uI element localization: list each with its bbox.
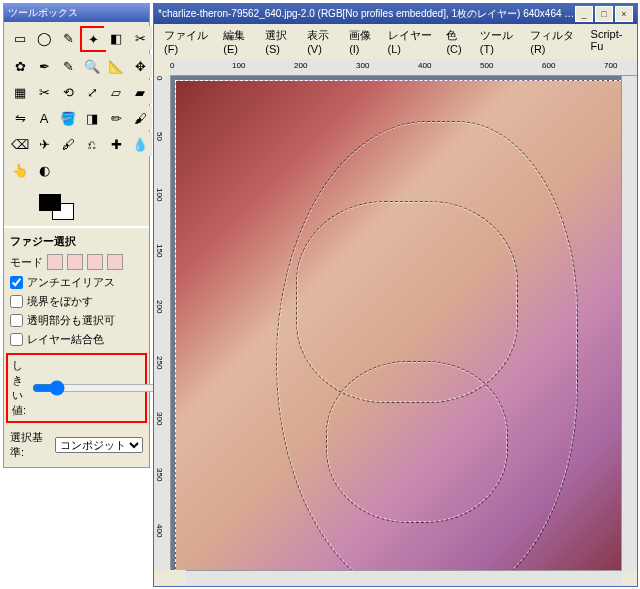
color-select-icon[interactable]: ◧ (104, 26, 128, 50)
window-title: *charlize-theron-79562_640.jpg-2.0 (RGB[… (158, 7, 575, 21)
crop-icon[interactable]: ✂ (32, 80, 56, 104)
move-icon[interactable]: ✥ (128, 54, 152, 78)
lasso-icon[interactable]: ✎ (56, 26, 80, 50)
menubar: ファイル(F)編集(E)選択(S)表示(V)画像(I)レイヤー(L)色(C)ツー… (154, 24, 637, 59)
blend-icon[interactable]: ◨ (80, 106, 104, 130)
scale-icon[interactable]: ⤢ (80, 80, 104, 104)
feather-checkbox[interactable]: 境界をぼかす (10, 292, 143, 311)
ruler-vertical[interactable]: 050100150200250300350400450 (154, 76, 171, 570)
ink-icon[interactable]: 🖋 (56, 132, 80, 156)
select-by-dropdown[interactable]: コンポジット (55, 437, 143, 453)
menu-item[interactable]: 表示(V) (301, 26, 343, 57)
color-picker-icon[interactable]: ✎ (56, 54, 80, 78)
minimize-button[interactable]: _ (575, 6, 593, 22)
blur-icon[interactable]: 💧 (128, 132, 152, 156)
menu-item[interactable]: 色(C) (440, 26, 473, 57)
bucket-icon[interactable]: 🪣 (56, 106, 80, 130)
canvas-area: 050100150200250300350400450 (154, 76, 637, 570)
brush-icon[interactable]: 🖌 (128, 106, 152, 130)
color-well (4, 186, 149, 226)
menu-item[interactable]: 編集(E) (217, 26, 259, 57)
foreground-select-icon[interactable]: ✿ (8, 54, 32, 78)
transparent-checkbox[interactable]: 透明部分も選択可 (10, 311, 143, 330)
window-buttons: _ □ × (575, 6, 633, 22)
tool-options: ファジー選択 モード アンチエイリアス 境界をぼかす 透明部分も選択可 レイヤー… (4, 226, 149, 467)
toolbox-window: ツールボックス ▭◯✎✦◧✂✿✒✎🔍📐✥▦✂⟲⤢▱▰⇋A🪣◨✏🖌⌫✈🖋⎌✚💧👆◐… (3, 3, 150, 468)
antialias-checkbox[interactable]: アンチエイリアス (10, 273, 143, 292)
rect-select-icon[interactable]: ▭ (8, 26, 32, 50)
rotate-icon[interactable]: ⟲ (56, 80, 80, 104)
maximize-button[interactable]: □ (595, 6, 613, 22)
paths-icon[interactable]: ✒ (32, 54, 56, 78)
text-icon[interactable]: A (32, 106, 56, 130)
menu-item[interactable]: ツール(T) (474, 26, 524, 57)
menu-item[interactable]: ファイル(F) (158, 26, 217, 57)
tool-options-title: ファジー選択 (10, 232, 143, 251)
toolbox-title: ツールボックス (4, 4, 149, 22)
menu-item[interactable]: レイヤー(L) (382, 26, 441, 57)
mode-replace-button[interactable] (47, 254, 63, 270)
threshold-group: しきい値: (6, 353, 147, 423)
zoom-icon[interactable]: 🔍 (80, 54, 104, 78)
pencil-icon[interactable]: ✏ (104, 106, 128, 130)
menu-item[interactable]: 選択(S) (259, 26, 301, 57)
menu-item[interactable]: 画像(I) (343, 26, 381, 57)
scrollbar-horizontal[interactable] (186, 570, 622, 586)
ellipse-select-icon[interactable]: ◯ (32, 26, 56, 50)
select-by-label: 選択基準: (10, 430, 51, 460)
tool-grid: ▭◯✎✦◧✂✿✒✎🔍📐✥▦✂⟲⤢▱▰⇋A🪣◨✏🖌⌫✈🖋⎌✚💧👆◐ (4, 22, 149, 186)
mode-row: モード (10, 251, 143, 273)
mode-label: モード (10, 255, 43, 270)
scissors-icon[interactable]: ✂ (128, 26, 152, 50)
clone-icon[interactable]: ⎌ (80, 132, 104, 156)
mode-add-button[interactable] (67, 254, 83, 270)
measure-icon[interactable]: 📐 (104, 54, 128, 78)
ruler-horizontal[interactable]: 0100200300400500600700 (170, 59, 637, 76)
mode-subtract-button[interactable] (87, 254, 103, 270)
close-button[interactable]: × (615, 6, 633, 22)
shear-icon[interactable]: ▱ (104, 80, 128, 104)
smudge-icon[interactable]: 👆 (8, 158, 32, 182)
menu-item[interactable]: フィルタ(R) (524, 26, 584, 57)
heal-icon[interactable]: ✚ (104, 132, 128, 156)
foreground-color-swatch[interactable] (39, 194, 61, 211)
perspective-icon[interactable]: ▰ (128, 80, 152, 104)
mode-intersect-button[interactable] (107, 254, 123, 270)
airbrush-icon[interactable]: ✈ (32, 132, 56, 156)
align-icon[interactable]: ▦ (8, 80, 32, 104)
image-window: *charlize-theron-79562_640.jpg-2.0 (RGB[… (153, 3, 638, 587)
flip-icon[interactable]: ⇋ (8, 106, 32, 130)
select-by-row: 選択基準: コンポジット (10, 427, 143, 463)
canvas[interactable] (171, 76, 621, 570)
eraser-icon[interactable]: ⌫ (8, 132, 32, 156)
fuzzy-select-icon[interactable]: ✦ (80, 26, 106, 52)
threshold-slider[interactable] (32, 381, 161, 395)
menu-item[interactable]: Script-Fu (585, 26, 633, 57)
scrollbar-vertical[interactable] (621, 76, 637, 570)
image-content (175, 80, 621, 570)
merged-checkbox[interactable]: レイヤー結合色 (10, 330, 143, 349)
threshold-label: しきい値: (12, 358, 26, 418)
dodge-icon[interactable]: ◐ (32, 158, 56, 182)
selection-marquee (326, 361, 508, 523)
window-titlebar: *charlize-theron-79562_640.jpg-2.0 (RGB[… (154, 4, 637, 24)
